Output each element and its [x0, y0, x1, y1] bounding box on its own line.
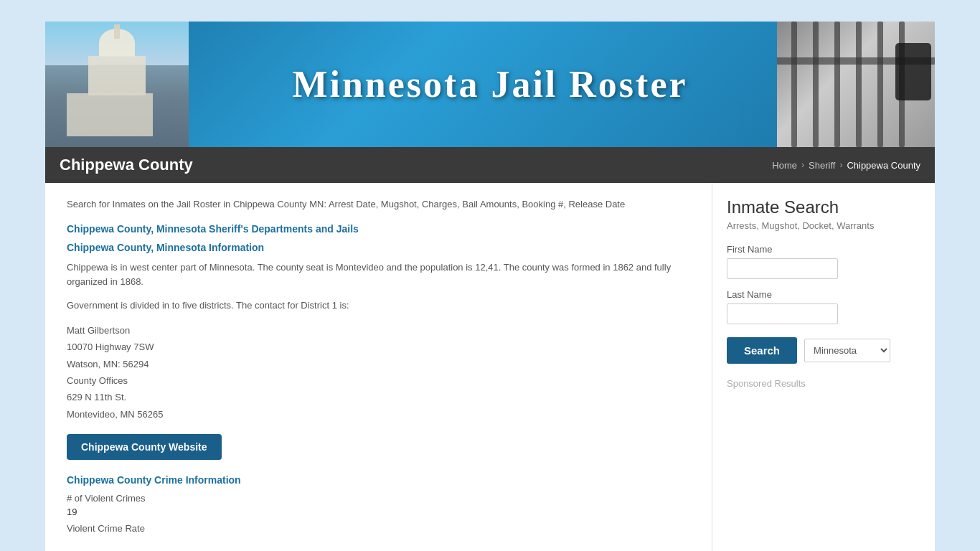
contact-addr1: 10070 Highway 7SW [67, 339, 690, 355]
crime-heading: Chippewa County Crime Information [67, 474, 690, 486]
breadcrumb-sep-1: › [801, 160, 804, 170]
last-name-label: Last Name [727, 289, 920, 300]
main-container: Search for Inmates on the Jail Roster in… [45, 183, 935, 551]
info-heading: Chippewa County, Minnesota Information [67, 242, 690, 253]
intro-text: Search for Inmates on the Jail Roster in… [67, 197, 690, 212]
last-name-input[interactable] [727, 303, 838, 324]
sheriffs-heading: Chippewa County, Minnesota Sheriff's Dep… [67, 223, 690, 235]
page-title: Chippewa County [60, 156, 193, 174]
breadcrumb-home[interactable]: Home [772, 160, 797, 171]
search-panel-subtitle: Arrests, Mugshot, Docket, Warrants [727, 220, 920, 231]
info-para1: Chippewa is in west center part of Minne… [67, 260, 690, 291]
breadcrumb-sep-2: › [839, 160, 842, 170]
county-website-button[interactable]: Chippewa County Website [67, 434, 222, 460]
violent-crimes-value: 19 [67, 507, 690, 517]
search-row: Search Minnesota Wisconsin Iowa North Da… [727, 337, 920, 364]
contact-address: Matt Gilbertson 10070 Highway 7SW Watson… [67, 322, 690, 423]
info-para2: Government is divided in to five distric… [67, 298, 690, 314]
state-select[interactable]: Minnesota Wisconsin Iowa North Dakota So… [804, 339, 890, 362]
site-title: Minnesota Jail Roster [292, 63, 687, 105]
first-name-label: First Name [727, 244, 920, 255]
jail-bars-image [777, 22, 935, 147]
breadcrumb-sheriff[interactable]: Sheriff [809, 160, 835, 171]
contact-addr3: County Offices [67, 372, 690, 389]
search-button[interactable]: Search [727, 337, 797, 364]
contact-addr5: Montevideo, MN 56265 [67, 406, 690, 423]
capitol-image [45, 22, 189, 147]
search-panel-title: Inmate Search [727, 197, 920, 217]
first-name-input[interactable] [727, 258, 838, 279]
contact-addr2: Watson, MN: 56294 [67, 356, 690, 372]
right-sidebar: Inmate Search Arrests, Mugshot, Docket, … [712, 183, 935, 551]
header-banner: Minnesota Jail Roster [45, 22, 935, 147]
violent-crimes-label: # of Violent Crimes [67, 493, 690, 504]
violent-crime-rate-label: Violent Crime Rate [67, 523, 690, 534]
breadcrumb-current: Chippewa County [847, 160, 920, 171]
breadcrumb: Home › Sheriff › Chippewa County [772, 160, 920, 171]
left-content: Search for Inmates on the Jail Roster in… [45, 183, 712, 551]
contact-addr4: 629 N 11th St. [67, 389, 690, 405]
contact-name: Matt Gilbertson [67, 322, 690, 339]
sponsored-label: Sponsored Results [727, 378, 920, 389]
breadcrumb-bar: Chippewa County Home › Sheriff › Chippew… [45, 147, 935, 183]
